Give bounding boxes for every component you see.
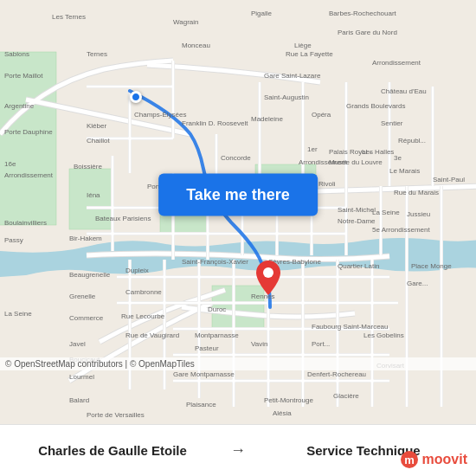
svg-text:Quartier Latin: Quartier Latin bbox=[338, 262, 379, 270]
svg-text:Gare Montparnasse: Gare Montparnasse bbox=[173, 370, 235, 378]
svg-text:Rue de Vaugirard: Rue de Vaugirard bbox=[125, 331, 179, 339]
svg-text:Notre-Dame: Notre-Dame bbox=[338, 217, 376, 225]
svg-text:5e Arrondissement: 5e Arrondissement bbox=[372, 226, 430, 234]
svg-text:Paris Gare du Nord: Paris Gare du Nord bbox=[338, 29, 397, 36]
svg-text:Alésia: Alésia bbox=[273, 409, 292, 417]
svg-text:Balard: Balard bbox=[69, 396, 89, 404]
svg-text:Duroc: Duroc bbox=[208, 306, 226, 313]
bottom-bar: Charles de Gaulle Etoile → Service Techn… bbox=[0, 424, 476, 476]
svg-text:Les Ternes: Les Ternes bbox=[52, 13, 86, 21]
route-arrow-icon: → bbox=[225, 441, 251, 460]
svg-text:Denfert-Rochereau: Denfert-Rochereau bbox=[307, 370, 366, 378]
svg-text:Passy: Passy bbox=[4, 236, 23, 244]
svg-text:Faubourg Saint-Marceau: Faubourg Saint-Marceau bbox=[312, 323, 389, 331]
svg-text:Pigalle: Pigalle bbox=[251, 10, 273, 17]
svg-text:Opéra: Opéra bbox=[312, 111, 331, 119]
svg-text:Jussieu: Jussieu bbox=[407, 210, 430, 218]
svg-text:Plaisance: Plaisance bbox=[186, 401, 216, 408]
svg-text:Musée du Louvre: Musée du Louvre bbox=[329, 158, 383, 166]
svg-text:Rue La Fayette: Rue La Fayette bbox=[286, 50, 333, 58]
moovit-icon: m bbox=[400, 450, 419, 469]
svg-text:Beaugrenelle: Beaugrenelle bbox=[69, 271, 111, 279]
copyright-bar: © OpenStreetMap contributors | © OpenMap… bbox=[0, 357, 476, 370]
svg-text:Saint-François-Xavier: Saint-François-Xavier bbox=[182, 258, 248, 266]
svg-text:Montparnasse: Montparnasse bbox=[195, 331, 239, 339]
svg-text:La Seine: La Seine bbox=[372, 209, 400, 216]
svg-text:Liège: Liège bbox=[294, 42, 312, 49]
svg-text:Républ...: Républ... bbox=[398, 137, 426, 145]
svg-text:Saint-Michel: Saint-Michel bbox=[338, 206, 376, 214]
svg-text:Les Halles: Les Halles bbox=[362, 148, 394, 156]
svg-text:Lourmel: Lourmel bbox=[69, 373, 94, 381]
svg-text:Monceau: Monceau bbox=[182, 42, 210, 49]
svg-text:Gare Saint-Lazare: Gare Saint-Lazare bbox=[264, 72, 321, 80]
svg-text:Saint-Augustin: Saint-Augustin bbox=[264, 93, 309, 101]
svg-text:Sentier: Sentier bbox=[381, 119, 403, 127]
svg-text:Ternes: Ternes bbox=[87, 50, 107, 58]
svg-text:Arrondissement: Arrondissement bbox=[4, 171, 54, 179]
svg-text:Place Monge: Place Monge bbox=[411, 262, 452, 270]
svg-text:Dupleix: Dupleix bbox=[125, 267, 149, 274]
svg-text:Saint-Paul: Saint-Paul bbox=[433, 176, 465, 183]
svg-text:Pasteur: Pasteur bbox=[195, 344, 219, 352]
svg-text:Javel: Javel bbox=[69, 340, 86, 348]
svg-text:Petit-Montrouge: Petit-Montrouge bbox=[264, 396, 313, 404]
svg-text:Argentine: Argentine bbox=[4, 102, 35, 110]
copyright-text: © OpenStreetMap contributors | © OpenMap… bbox=[5, 359, 195, 369]
moovit-logo-text: moovit bbox=[422, 452, 467, 467]
svg-text:Port...: Port... bbox=[312, 340, 330, 348]
svg-text:16e: 16e bbox=[4, 160, 16, 168]
moovit-logo: m moovit bbox=[400, 450, 467, 469]
svg-text:Château d'Eau: Château d'Eau bbox=[381, 87, 427, 95]
origin-marker bbox=[130, 91, 142, 103]
destination-marker bbox=[256, 261, 280, 299]
svg-text:Chaillot: Chaillot bbox=[87, 137, 110, 145]
svg-text:Boulainvilliers: Boulainvilliers bbox=[4, 219, 47, 227]
svg-text:Le Marais: Le Marais bbox=[389, 167, 420, 175]
svg-text:Boissière: Boissière bbox=[74, 163, 102, 170]
svg-text:Porte Dauphine: Porte Dauphine bbox=[4, 128, 53, 136]
svg-text:Franklin D. Roosevelt: Franklin D. Roosevelt bbox=[182, 119, 248, 127]
svg-text:Rue du Marais: Rue du Marais bbox=[394, 189, 439, 196]
svg-text:Porte de Versailles: Porte de Versailles bbox=[87, 411, 145, 419]
svg-text:Kléber: Kléber bbox=[87, 122, 106, 130]
map-container: Les Ternes Wagrain Pigalle Barbes-Rochec… bbox=[0, 0, 476, 424]
route-from-label: Charles de Gaulle Etoile bbox=[0, 443, 225, 458]
svg-text:Commerce: Commerce bbox=[69, 314, 104, 322]
svg-text:Bateaux Parisiens: Bateaux Parisiens bbox=[95, 215, 151, 222]
svg-text:Glacière: Glacière bbox=[333, 392, 359, 400]
svg-text:m: m bbox=[404, 453, 415, 466]
svg-text:Gare...: Gare... bbox=[407, 280, 428, 287]
svg-text:Barbes-Rochechouart: Barbes-Rochechouart bbox=[329, 10, 397, 17]
svg-text:Madeleine: Madeleine bbox=[251, 115, 283, 123]
svg-text:Wagrain: Wagrain bbox=[173, 18, 199, 26]
svg-text:Vavin: Vavin bbox=[251, 340, 267, 348]
take-me-there-button[interactable]: Take me there bbox=[158, 174, 318, 216]
svg-text:3e: 3e bbox=[394, 154, 402, 162]
svg-text:Les Gobelins: Les Gobelins bbox=[363, 331, 404, 339]
svg-text:Concorde: Concorde bbox=[221, 154, 251, 162]
svg-text:Cambronne: Cambronne bbox=[125, 288, 162, 296]
svg-text:1er: 1er bbox=[307, 145, 318, 153]
svg-text:Sablons: Sablons bbox=[4, 50, 29, 58]
svg-text:Champs-Élysées: Champs-Élysées bbox=[134, 111, 186, 119]
svg-text:Rue Lecourbe: Rue Lecourbe bbox=[121, 312, 165, 320]
svg-point-92 bbox=[263, 267, 273, 278]
svg-text:Grands Boulevards: Grands Boulevards bbox=[346, 102, 405, 110]
svg-text:Porte Maillot: Porte Maillot bbox=[4, 72, 43, 80]
svg-text:Grenelle: Grenelle bbox=[69, 293, 96, 300]
svg-text:Iéna: Iéna bbox=[87, 191, 100, 199]
svg-text:Arrondissement: Arrondissement bbox=[372, 59, 421, 67]
svg-text:La Seine: La Seine bbox=[4, 310, 32, 318]
svg-text:Bir-Hakem: Bir-Hakem bbox=[69, 235, 102, 242]
